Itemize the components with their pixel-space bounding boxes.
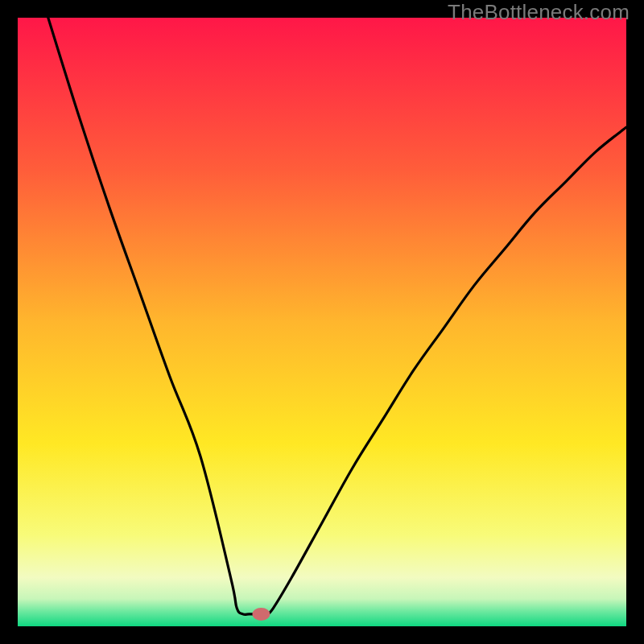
- plot-area: [18, 18, 626, 626]
- watermark-text: TheBottleneck.com: [448, 0, 630, 25]
- minimum-marker: [252, 608, 270, 621]
- chart-frame: TheBottleneck.com: [0, 0, 644, 644]
- chart-svg: [18, 18, 626, 626]
- gradient-background: [18, 18, 626, 626]
